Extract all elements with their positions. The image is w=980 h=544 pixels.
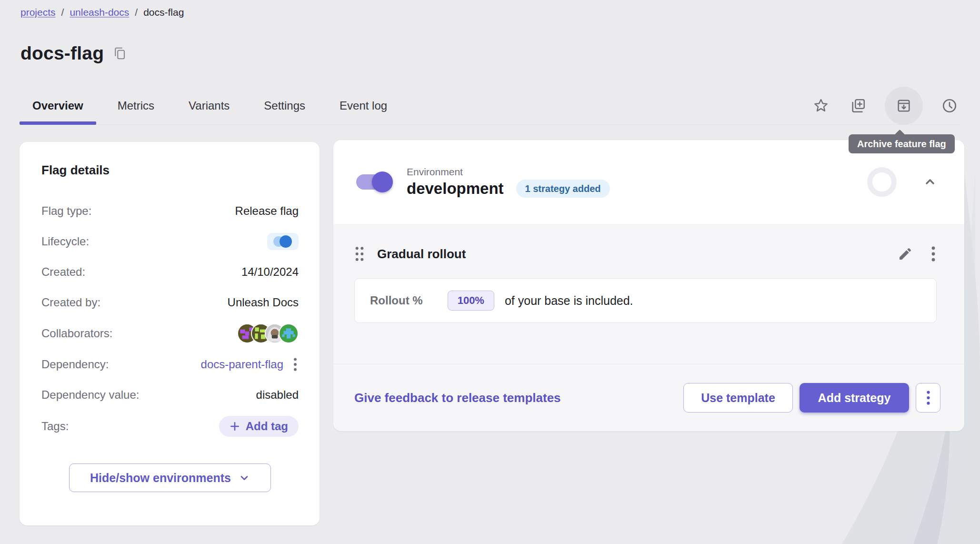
strategy-drag-handle[interactable] bbox=[354, 246, 365, 262]
breadcrumb-current: docs-flag bbox=[143, 7, 184, 18]
collaborators-label: Collaborators: bbox=[41, 327, 112, 340]
created-value: 14/10/2024 bbox=[241, 265, 299, 279]
lifecycle-row: Lifecycle: bbox=[41, 232, 299, 251]
created-by-label: Created by: bbox=[41, 296, 100, 309]
strategy-count-badge: 1 strategy added bbox=[516, 180, 610, 198]
kebab-menu-icon bbox=[925, 390, 931, 405]
tab-variants[interactable]: Variants bbox=[176, 87, 242, 124]
tab-bar: Overview Metrics Variants Settings Event… bbox=[20, 87, 960, 125]
dependency-link[interactable]: docs-parent-flag bbox=[201, 358, 283, 371]
created-label: Created: bbox=[41, 265, 85, 279]
add-tag-button[interactable]: Add tag bbox=[219, 416, 299, 437]
dependency-menu-button[interactable] bbox=[292, 357, 299, 372]
archive-tooltip: Archive feature flag bbox=[849, 134, 955, 153]
use-template-button[interactable]: Use template bbox=[683, 383, 793, 413]
page-title: docs-flag bbox=[20, 43, 104, 64]
tab-overview[interactable]: Overview bbox=[20, 87, 96, 124]
strategy-menu-button[interactable] bbox=[930, 246, 937, 262]
feature-flag-page: projects / unleash-docs / docs-flag docs… bbox=[0, 0, 980, 544]
environment-footer: Give feedback to release templates Use t… bbox=[333, 364, 964, 431]
collaborator-avatars bbox=[237, 323, 299, 343]
kebab-menu-icon bbox=[930, 246, 937, 262]
breadcrumb: projects / unleash-docs / docs-flag bbox=[20, 7, 184, 18]
tags-row: Tags: Add tag bbox=[41, 416, 299, 437]
environment-toggle[interactable] bbox=[356, 174, 391, 190]
collapse-environment-button[interactable] bbox=[920, 171, 940, 192]
flag-type-value: Release flag bbox=[235, 204, 299, 218]
flag-type-label: Flag type: bbox=[41, 204, 91, 218]
star-icon bbox=[812, 97, 830, 114]
dependency-value-label: Dependency value: bbox=[41, 388, 139, 402]
pencil-icon bbox=[898, 246, 913, 262]
rollout-summary: Rollout % 100% of your base is included. bbox=[354, 278, 937, 323]
rollout-description: of your base is included. bbox=[505, 294, 633, 308]
edit-strategy-button[interactable] bbox=[898, 246, 913, 262]
avatar[interactable] bbox=[279, 323, 299, 343]
created-by-value: Unleash Docs bbox=[228, 296, 299, 309]
plus-icon bbox=[230, 421, 240, 432]
rollout-percentage-chip: 100% bbox=[448, 291, 494, 311]
breadcrumb-projects[interactable]: projects bbox=[20, 7, 56, 18]
tab-event-log[interactable]: Event log bbox=[327, 87, 400, 124]
lifecycle-stage-icon[interactable] bbox=[267, 233, 299, 250]
flag-details-panel: Flag details Flag type: Release flag Lif… bbox=[20, 142, 320, 525]
lifecycle-label: Lifecycle: bbox=[41, 235, 89, 248]
breadcrumb-separator: / bbox=[135, 7, 138, 18]
copy-add-icon bbox=[850, 98, 866, 114]
environment-more-actions-button[interactable] bbox=[916, 383, 940, 413]
release-templates-feedback-link[interactable]: Give feedback to release templates bbox=[354, 391, 561, 405]
archive-icon bbox=[896, 98, 912, 114]
copy-feature-flag-button[interactable] bbox=[848, 95, 869, 116]
strategy-title: Gradual rollout bbox=[377, 247, 466, 262]
environment-card: Environment development 1 strategy added… bbox=[333, 140, 964, 431]
metrics-ring bbox=[867, 167, 897, 197]
environment-label: Environment bbox=[407, 166, 610, 178]
tags-label: Tags: bbox=[41, 420, 69, 433]
add-strategy-button[interactable]: Add strategy bbox=[800, 383, 909, 413]
dependency-row: Dependency: docs-parent-flag bbox=[41, 355, 299, 374]
chevron-down-icon bbox=[239, 472, 250, 484]
created-by-row: Created by: Unleash Docs bbox=[41, 293, 299, 312]
copy-flag-name-button[interactable] bbox=[112, 46, 127, 60]
created-row: Created: 14/10/2024 bbox=[41, 262, 299, 282]
dependency-label: Dependency: bbox=[41, 358, 109, 371]
flag-actions bbox=[810, 87, 960, 124]
lifecycle-circle-dark bbox=[280, 235, 292, 248]
tab-settings[interactable]: Settings bbox=[251, 87, 318, 124]
flag-type-row: Flag type: Release flag bbox=[41, 201, 299, 221]
tab-metrics[interactable]: Metrics bbox=[105, 87, 167, 124]
chevron-up-icon bbox=[923, 175, 937, 189]
archive-feature-flag-button[interactable] bbox=[885, 87, 923, 125]
flag-details-heading: Flag details bbox=[41, 163, 299, 178]
history-button[interactable] bbox=[939, 95, 960, 116]
copy-icon bbox=[112, 46, 127, 60]
toggle-knob bbox=[372, 171, 393, 192]
add-tag-label: Add tag bbox=[246, 420, 288, 433]
environment-name: development bbox=[407, 180, 504, 198]
kebab-menu-icon bbox=[292, 357, 299, 372]
strategy-section: Gradual rollout Rollout % 100% of your b… bbox=[333, 224, 964, 364]
hide-show-environments-button[interactable]: Hide/show environments bbox=[69, 463, 271, 492]
rollout-label: Rollout % bbox=[370, 294, 423, 307]
clock-icon bbox=[941, 97, 958, 114]
dependency-value-value: disabled bbox=[256, 388, 299, 402]
breadcrumb-project-name[interactable]: unleash-docs bbox=[70, 7, 129, 18]
favorite-button[interactable] bbox=[810, 95, 831, 116]
hide-show-environments-label: Hide/show environments bbox=[90, 471, 231, 485]
dependency-value-row: Dependency value: disabled bbox=[41, 385, 299, 404]
collaborators-row: Collaborators: bbox=[41, 323, 299, 343]
drag-dots-icon bbox=[354, 246, 365, 262]
breadcrumb-separator: / bbox=[61, 7, 64, 18]
